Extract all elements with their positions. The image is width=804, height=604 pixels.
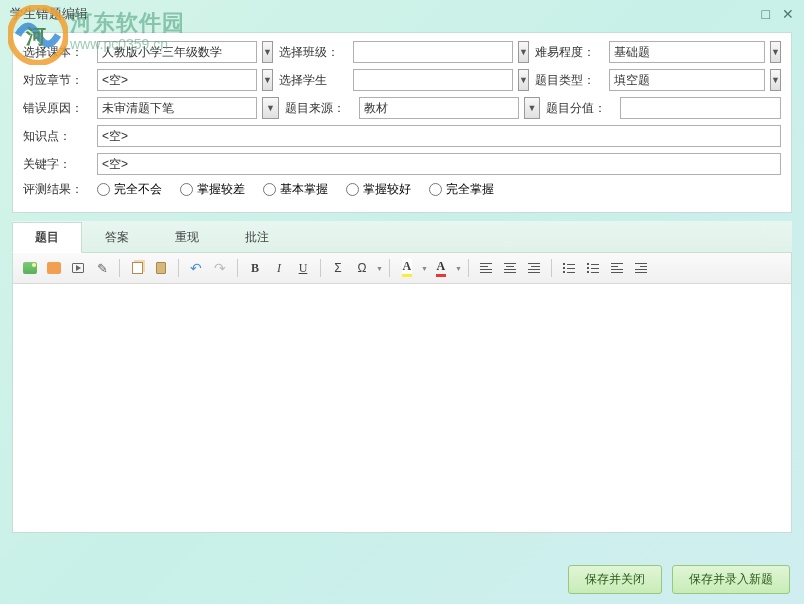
outdent-icon[interactable] <box>606 257 628 279</box>
unordered-list-icon[interactable] <box>582 257 604 279</box>
radio-label: 掌握较差 <box>197 181 245 198</box>
insert-attachment-icon[interactable] <box>43 257 65 279</box>
undo-icon[interactable]: ↶ <box>185 257 207 279</box>
ordered-list-icon[interactable] <box>558 257 580 279</box>
italic-button[interactable]: I <box>268 257 290 279</box>
separator <box>389 259 390 277</box>
align-right-icon[interactable] <box>523 257 545 279</box>
editor-panel: ✎ ↶ ↷ B I U Σ Ω▼ A▼ A▼ <box>12 253 792 533</box>
chevron-down-icon[interactable]: ▼ <box>262 41 273 63</box>
label-chapter: 对应章节： <box>23 72 91 89</box>
copy-icon[interactable] <box>126 257 148 279</box>
close-button[interactable]: ✕ <box>782 6 794 22</box>
radio-good[interactable] <box>346 183 359 196</box>
select-qtype[interactable] <box>609 69 765 91</box>
tab-question[interactable]: 题目 <box>12 222 82 253</box>
watermark-text: 河东软件园 <box>70 8 185 38</box>
save-new-button[interactable]: 保存并录入新题 <box>672 565 790 594</box>
label-source: 题目来源： <box>285 100 353 117</box>
label-keyword: 关键字： <box>23 156 91 173</box>
radio-label: 基本掌握 <box>280 181 328 198</box>
chevron-down-icon[interactable]: ▼ <box>262 97 279 119</box>
label-result: 评测结果： <box>23 181 91 198</box>
radio-group-result: 完全不会 掌握较差 基本掌握 掌握较好 完全掌握 <box>97 181 494 198</box>
align-left-icon[interactable] <box>475 257 497 279</box>
radio-basic[interactable] <box>263 183 276 196</box>
separator <box>119 259 120 277</box>
label-qtype: 题目类型： <box>535 72 603 89</box>
symbol-icon[interactable]: Ω <box>351 257 373 279</box>
maximize-button[interactable]: □ <box>762 6 770 22</box>
radio-label: 掌握较好 <box>363 181 411 198</box>
separator <box>320 259 321 277</box>
select-source[interactable] <box>359 97 519 119</box>
chevron-down-icon[interactable]: ▼ <box>770 69 781 91</box>
input-keyword[interactable] <box>97 153 781 175</box>
watermark-logo: 河 <box>8 5 68 65</box>
label-difficulty: 难易程度： <box>535 44 603 61</box>
separator <box>468 259 469 277</box>
input-score[interactable] <box>620 97 781 119</box>
select-chapter[interactable] <box>97 69 257 91</box>
svg-text:河: 河 <box>25 25 46 47</box>
edit-icon[interactable]: ✎ <box>91 257 113 279</box>
chevron-down-icon[interactable]: ▼ <box>770 41 781 63</box>
fgcolor-button[interactable]: A <box>430 257 452 279</box>
tabs-bar: 题目 答案 重现 批注 <box>12 221 792 253</box>
label-score: 题目分值： <box>546 100 614 117</box>
separator <box>237 259 238 277</box>
chevron-down-icon[interactable]: ▼ <box>518 69 529 91</box>
separator <box>551 259 552 277</box>
insert-image-icon[interactable] <box>19 257 41 279</box>
formula-icon[interactable]: Σ <box>327 257 349 279</box>
select-difficulty[interactable] <box>609 41 765 63</box>
redo-icon[interactable]: ↷ <box>209 257 231 279</box>
paste-icon[interactable] <box>150 257 172 279</box>
radio-label: 完全掌握 <box>446 181 494 198</box>
content-editor[interactable] <box>13 284 791 532</box>
radio-full[interactable] <box>429 183 442 196</box>
radio-none[interactable] <box>97 183 110 196</box>
chevron-down-icon[interactable]: ▼ <box>262 69 273 91</box>
label-reason: 错误原因： <box>23 100 91 117</box>
underline-button[interactable]: U <box>292 257 314 279</box>
watermark-url: www.pc0359.cn <box>70 36 168 52</box>
radio-label: 完全不会 <box>114 181 162 198</box>
select-reason[interactable] <box>97 97 257 119</box>
chevron-down-icon[interactable]: ▼ <box>455 265 462 272</box>
editor-toolbar: ✎ ↶ ↷ B I U Σ Ω▼ A▼ A▼ <box>13 253 791 284</box>
tab-annotate[interactable]: 批注 <box>222 222 292 253</box>
footer-buttons: 保存并关闭 保存并录入新题 <box>568 565 790 594</box>
bold-button[interactable]: B <box>244 257 266 279</box>
indent-icon[interactable] <box>630 257 652 279</box>
label-class: 选择班级： <box>279 44 347 61</box>
select-class[interactable] <box>353 41 513 63</box>
chevron-down-icon[interactable]: ▼ <box>376 265 383 272</box>
tab-replay[interactable]: 重现 <box>152 222 222 253</box>
save-close-button[interactable]: 保存并关闭 <box>568 565 662 594</box>
label-knowledge: 知识点： <box>23 128 91 145</box>
select-student[interactable] <box>353 69 513 91</box>
tab-answer[interactable]: 答案 <box>82 222 152 253</box>
bgcolor-button[interactable]: A <box>396 257 418 279</box>
chevron-down-icon[interactable]: ▼ <box>421 265 428 272</box>
chevron-down-icon[interactable]: ▼ <box>518 41 529 63</box>
separator <box>178 259 179 277</box>
label-student: 选择学生 <box>279 72 347 89</box>
form-panel: 选择课本： ▼ 选择班级： ▼ 难易程度： ▼ 对应章节： ▼ 选择学生 ▼ 题… <box>12 32 792 213</box>
radio-poor[interactable] <box>180 183 193 196</box>
align-center-icon[interactable] <box>499 257 521 279</box>
input-knowledge[interactable] <box>97 125 781 147</box>
insert-video-icon[interactable] <box>67 257 89 279</box>
chevron-down-icon[interactable]: ▼ <box>524 97 541 119</box>
